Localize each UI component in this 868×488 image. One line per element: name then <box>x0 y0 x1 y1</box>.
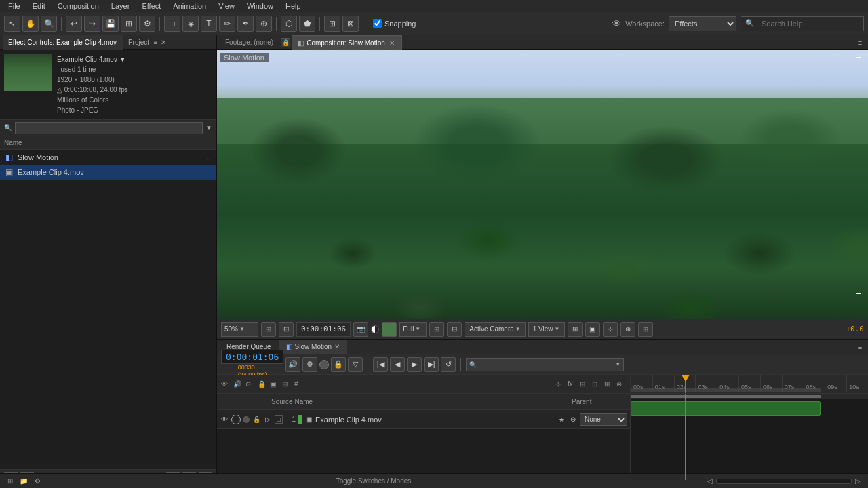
safe-zones-btn[interactable]: ⊡ <box>279 322 294 337</box>
status-btn-3[interactable]: ⚙ <box>33 476 42 486</box>
shy-btn[interactable]: ▽ <box>348 357 363 372</box>
timeline-playhead-line[interactable] <box>685 375 686 393</box>
view-layout-select[interactable]: 1 View ▼ <box>528 322 565 337</box>
move-to-comp-btn[interactable]: ⊠ <box>342 16 359 32</box>
pen-tool-btn[interactable]: ✏ <box>219 16 235 32</box>
comp-tab-close-btn[interactable]: ✕ <box>388 39 396 47</box>
workspace-select[interactable]: Effects <box>669 16 736 31</box>
hand-tool-btn[interactable]: ✋ <box>22 16 39 32</box>
solo-btn[interactable] <box>319 360 329 369</box>
viewer-3d-btn[interactable]: ⊹ <box>603 322 618 337</box>
menu-effect[interactable]: Effect <box>136 0 166 12</box>
layer-vis-btn-1[interactable]: 👁 <box>220 415 229 424</box>
layer-audio-btn-1[interactable] <box>231 415 241 424</box>
render-btn[interactable]: ⊞ <box>121 16 137 32</box>
color-manage-btn[interactable] <box>382 322 397 337</box>
loop-btn[interactable]: ↺ <box>441 357 456 372</box>
grid-btn[interactable]: ⊞ <box>261 322 276 337</box>
menu-file[interactable]: File <box>3 0 26 12</box>
status-btn-1[interactable]: ⊞ <box>5 476 15 486</box>
current-time-display[interactable]: 0:00:01:06 <box>296 322 351 337</box>
project-search-options[interactable]: ▼ <box>205 124 212 131</box>
preview-options-btn[interactable]: ⚙ <box>302 357 317 372</box>
timeline-nav-next[interactable]: ▷ <box>853 476 863 486</box>
toggle-switches-status[interactable]: Toggle Switches / Modes <box>46 477 701 485</box>
text-tool-btn[interactable]: T <box>201 16 217 32</box>
file-name[interactable]: Example Clip 4.mov ▼ <box>57 54 128 64</box>
transparency-grid-btn[interactable]: ⊞ <box>429 322 444 337</box>
exposure-btn[interactable] <box>371 325 379 333</box>
undo-btn[interactable]: ↩ <box>66 16 82 32</box>
corner-handle-tr[interactable] <box>856 57 861 62</box>
menu-composition[interactable]: Composition <box>52 0 104 12</box>
zoom-select[interactable]: 50% ▼ <box>221 322 258 337</box>
menu-animation[interactable]: Animation <box>167 0 212 12</box>
rect-tool-btn[interactable]: □ <box>164 16 180 32</box>
playhead-home-btn[interactable]: |◀ <box>373 357 388 372</box>
move-anchor-btn[interactable]: ⊞ <box>324 16 340 32</box>
viewer-grid-btn[interactable]: ▣ <box>585 322 600 337</box>
menu-window[interactable]: Window <box>241 0 279 12</box>
search-input[interactable] <box>757 18 859 30</box>
playhead-end-btn[interactable]: ▶| <box>424 357 439 372</box>
layer-lock-btn-1[interactable]: 🔓 <box>252 415 261 424</box>
snap-checkbox[interactable] <box>373 19 382 28</box>
snap-toggle[interactable]: Snapping <box>373 19 416 28</box>
layer-3d-btn-1[interactable]: □ <box>275 415 283 424</box>
tab-effect-controls[interactable]: Effect Controls: Example Clip 4.mov <box>3 35 123 50</box>
comp-tool-btn[interactable]: ◈ <box>182 16 199 32</box>
roto-tool-btn[interactable]: ⬟ <box>299 16 315 32</box>
snapshot-btn[interactable]: 📷 <box>353 322 368 337</box>
menu-view[interactable]: View <box>213 0 240 12</box>
menu-edit[interactable]: Edit <box>27 0 51 12</box>
puppet-tool-btn[interactable]: ⬡ <box>281 16 297 32</box>
lock-btn[interactable]: 🔒 <box>331 357 346 372</box>
status-btn-2[interactable]: 📁 <box>19 476 28 486</box>
clone-tool-btn[interactable]: ⊕ <box>256 16 272 32</box>
track-clip-1[interactable] <box>631 401 821 416</box>
layer-solo-star-btn-1[interactable]: ★ <box>557 415 566 424</box>
corner-handle-bl[interactable] <box>224 286 229 291</box>
selection-tool-btn[interactable]: ↖ <box>4 16 20 32</box>
layer-solo-btn-1[interactable] <box>243 416 250 423</box>
corner-handle-br[interactable] <box>856 289 861 294</box>
menu-help[interactable]: Help <box>280 0 307 12</box>
layer-edit-btn-1[interactable]: ⊖ <box>568 415 578 424</box>
timeline-search-chevron-icon[interactable]: ▼ <box>615 361 620 367</box>
comp-tab-menu-btn[interactable]: ≡ <box>854 37 865 48</box>
redo-btn[interactable]: ↪ <box>84 16 100 32</box>
item-context-btn[interactable]: ⋮ <box>203 152 212 162</box>
viewer-mode-btn[interactable]: ⊞ <box>568 322 583 337</box>
brush-tool-btn[interactable]: ✒ <box>237 16 254 32</box>
panel-close-icon[interactable]: ✕ <box>161 39 166 46</box>
timeline-nav-prev[interactable]: ◁ <box>705 476 715 486</box>
layer-parent-select-1[interactable]: None <box>580 413 627 426</box>
audio-btn[interactable]: 🔊 <box>285 357 300 372</box>
work-area-bar[interactable] <box>631 395 821 398</box>
project-search-input[interactable] <box>15 122 203 134</box>
tab-project[interactable]: Project ≡ ✕ <box>123 35 173 50</box>
play-back-btn[interactable]: ◀ <box>390 357 405 372</box>
quality-select[interactable]: Full ▼ <box>399 322 427 337</box>
timeline-nav-bar[interactable] <box>716 479 852 484</box>
zoom-tool-btn[interactable]: 🔍 <box>41 16 57 32</box>
menu-layer[interactable]: Layer <box>106 0 136 12</box>
timeline-search-input[interactable] <box>478 359 614 370</box>
tab-slow-motion[interactable]: ◧ Slow Motion ✕ <box>279 340 347 354</box>
settings-btn[interactable]: ⚙ <box>139 16 155 32</box>
project-item-slow-motion[interactable]: ◧ Slow Motion ⋮ <box>0 150 216 165</box>
layer-name-1[interactable]: Example Clip 4.mov <box>315 415 555 424</box>
project-item-example-clip[interactable]: ▣ Example Clip 4.mov <box>0 165 216 180</box>
timeline-menu-btn[interactable]: ≡ <box>854 342 865 352</box>
panel-menu-icon[interactable]: ≡ <box>154 39 158 46</box>
viewer-flow-btn[interactable]: ⊞ <box>638 322 653 337</box>
save-btn[interactable]: 💾 <box>102 16 119 32</box>
pixel-aspect-btn[interactable]: ⊟ <box>447 322 462 337</box>
timeline-time-display[interactable]: 0:00:01:06 <box>221 350 283 364</box>
work-area-indicator[interactable] <box>631 388 821 392</box>
viewer-tools-btn[interactable]: ⊕ <box>620 322 635 337</box>
comp-tab-slow-motion[interactable]: ◧ Composition: Slow Motion ✕ <box>292 35 402 50</box>
footage-lock-btn[interactable]: 🔒 <box>281 38 290 47</box>
camera-select[interactable]: Active Camera ▼ <box>465 322 526 337</box>
layer-collapse-btn-1[interactable]: ▷ <box>263 415 273 424</box>
